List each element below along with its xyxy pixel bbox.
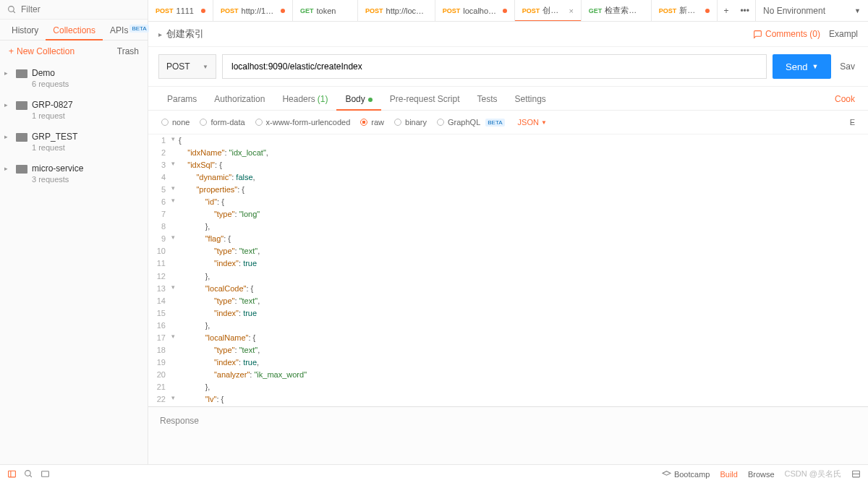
fold-toggle-icon[interactable] <box>171 147 179 159</box>
tab-apis[interactable]: APIsBETA <box>103 20 156 40</box>
save-button[interactable]: Sav <box>837 54 858 79</box>
collection-item[interactable]: ▸ GRP_TEST1 request <box>0 126 148 158</box>
request-tab[interactable]: POST http://10.128.... <box>213 0 293 21</box>
fold-toggle-icon[interactable] <box>171 270 179 283</box>
code-line[interactable]: 17 ▾ "localName": { <box>148 332 868 344</box>
trash-link[interactable]: Trash <box>117 46 139 56</box>
method-select[interactable]: POST ▼ <box>158 54 216 79</box>
send-button[interactable]: Send▼ <box>773 54 831 79</box>
breadcrumb: ▸ 创建索引 <box>158 27 204 40</box>
folder-icon <box>16 69 27 78</box>
code-line[interactable]: 21 }, <box>148 381 868 393</box>
tab-menu-button[interactable]: ••• <box>734 6 755 16</box>
fold-toggle-icon[interactable] <box>171 221 179 233</box>
request-tab[interactable]: POST localhost:9090... <box>435 0 515 21</box>
fold-toggle-icon[interactable]: ▾ <box>171 134 179 147</box>
code-line[interactable]: 9 ▾ "flag": { <box>148 233 868 245</box>
subtab-prerequest[interactable]: Pre-request Script <box>381 87 469 110</box>
fold-toggle-icon[interactable] <box>171 320 179 332</box>
code-line[interactable]: 6 ▾ "id": { <box>148 196 868 208</box>
fold-toggle-icon[interactable]: ▾ <box>171 233 179 245</box>
comment-icon <box>753 30 762 39</box>
fold-toggle-icon[interactable] <box>171 381 179 393</box>
browse-link[interactable]: Browse <box>748 470 775 479</box>
sidebar-toggle-icon[interactable] <box>7 469 17 479</box>
subtab-tests[interactable]: Tests <box>468 87 506 110</box>
code-line[interactable]: 22 ▾ "lv": { <box>148 393 868 406</box>
fold-toggle-icon[interactable] <box>171 208 179 221</box>
subtab-headers[interactable]: Headers(1) <box>273 87 336 110</box>
subtab-authorization[interactable]: Authorization <box>205 87 273 110</box>
tab-history[interactable]: History <box>4 20 46 40</box>
body-type-none[interactable]: none <box>161 118 190 127</box>
console-icon[interactable] <box>41 469 50 479</box>
comments-button[interactable]: Comments (0) <box>753 29 820 39</box>
fold-toggle-icon[interactable] <box>171 356 179 369</box>
collection-item[interactable]: ▸ GRP-08271 request <box>0 94 148 126</box>
fold-toggle-icon[interactable] <box>171 171 179 184</box>
subtab-settings[interactable]: Settings <box>506 87 555 110</box>
new-tab-button[interactable]: + <box>718 6 734 16</box>
fold-toggle-icon[interactable]: ▾ <box>171 184 179 196</box>
code-line[interactable]: 12 }, <box>148 270 868 283</box>
code-editor[interactable]: 1 ▾ {2 "idxName": "idx_locat",3 ▾ "idxSq… <box>148 134 868 406</box>
code-line[interactable]: 20 "analyzer": "ik_max_word" <box>148 369 868 381</box>
collection-item[interactable]: ▸ Demo6 requests <box>0 62 148 94</box>
bootcamp-link[interactable]: Bootcamp <box>662 469 710 479</box>
request-tab[interactable]: POST 1111 <box>148 0 213 21</box>
code-line[interactable]: 7 "type": "long" <box>148 208 868 221</box>
filter-input[interactable] <box>21 4 140 14</box>
close-icon[interactable]: × <box>569 7 573 15</box>
request-tab[interactable]: POST http://localho... <box>358 0 435 21</box>
code-line[interactable]: 3 ▾ "idxSql": { <box>148 159 868 171</box>
body-type-raw[interactable]: raw <box>360 118 384 127</box>
fold-toggle-icon[interactable] <box>171 369 179 381</box>
body-type-graphql[interactable]: GraphQLBETA <box>437 118 505 127</box>
code-line[interactable]: 19 "index": true, <box>148 356 868 369</box>
request-tab[interactable]: POST 创建索引× <box>515 0 582 21</box>
subtab-params[interactable]: Params <box>158 87 205 110</box>
beautify-link[interactable]: E <box>850 118 855 127</box>
code-line[interactable]: 10 "type": "text", <box>148 245 868 257</box>
code-line[interactable]: 1 ▾ { <box>148 134 868 147</box>
body-type-formdata[interactable]: form-data <box>200 118 244 127</box>
request-tab[interactable]: GET 检查索引存在 <box>582 0 652 21</box>
find-icon[interactable] <box>24 469 33 479</box>
url-input[interactable] <box>222 54 767 79</box>
code-line[interactable]: 18 "type": "text", <box>148 344 868 356</box>
body-type-xwww[interactable]: x-www-form-urlencoded <box>255 118 351 127</box>
fold-toggle-icon[interactable]: ▾ <box>171 393 179 406</box>
raw-format-select[interactable]: JSON▼ <box>518 118 547 127</box>
request-tab[interactable]: POST 新增数据 <box>652 0 718 21</box>
code-line[interactable]: 15 "index": true <box>148 307 868 320</box>
request-tab[interactable]: GET token <box>293 0 358 21</box>
code-line[interactable]: 14 "type": "text", <box>148 295 868 307</box>
fold-toggle-icon[interactable]: ▾ <box>171 283 179 295</box>
body-type-binary[interactable]: binary <box>394 118 427 127</box>
fold-toggle-icon[interactable] <box>171 257 179 270</box>
code-line[interactable]: 13 ▾ "localCode": { <box>148 283 868 295</box>
build-link[interactable]: Build <box>720 470 737 479</box>
code-line[interactable]: 2 "idxName": "idx_locat", <box>148 147 868 159</box>
environment-select[interactable]: No Environment ▼ <box>756 0 868 21</box>
folder-icon <box>16 133 27 142</box>
collection-item[interactable]: ▸ micro-service3 requests <box>0 158 148 189</box>
code-line[interactable]: 16 }, <box>148 320 868 332</box>
fold-toggle-icon[interactable] <box>171 307 179 320</box>
tab-collections[interactable]: Collections <box>46 20 103 40</box>
subtab-body[interactable]: Body <box>336 87 380 110</box>
fold-toggle-icon[interactable]: ▾ <box>171 332 179 344</box>
code-line[interactable]: 8 }, <box>148 221 868 233</box>
examples-link[interactable]: Exampl <box>829 29 858 39</box>
fold-toggle-icon[interactable]: ▾ <box>171 159 179 171</box>
fold-toggle-icon[interactable]: ▾ <box>171 196 179 208</box>
code-line[interactable]: 4 "dynamic": false, <box>148 171 868 184</box>
cookies-link[interactable]: Cook <box>832 87 858 110</box>
panel-layout-icon[interactable] <box>851 469 861 479</box>
code-line[interactable]: 5 ▾ "properties": { <box>148 184 868 196</box>
fold-toggle-icon[interactable] <box>171 295 179 307</box>
fold-toggle-icon[interactable] <box>171 245 179 257</box>
code-line[interactable]: 11 "index": true <box>148 257 868 270</box>
fold-toggle-icon[interactable] <box>171 344 179 356</box>
new-collection-button[interactable]: +New Collection <box>9 46 75 56</box>
